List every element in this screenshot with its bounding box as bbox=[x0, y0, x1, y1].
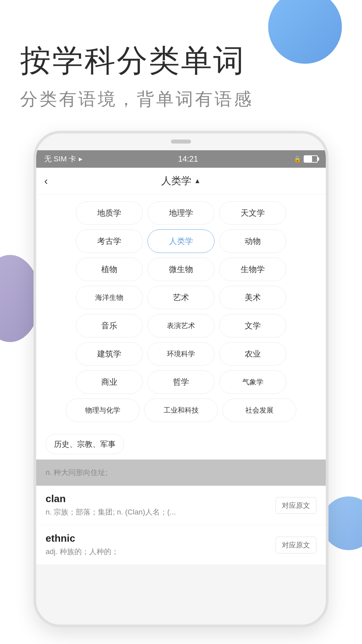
hero-subtitle: 分类有语境，背单词有语感 bbox=[20, 88, 342, 111]
back-button[interactable]: ‹ bbox=[44, 175, 48, 187]
category-tag-business[interactable]: 商业 bbox=[76, 370, 143, 394]
category-grid: 地质学 地理学 天文学 考古学 人类学 动物 植物 微生物 生物学 海洋生物 艺… bbox=[36, 195, 326, 429]
category-tag-industry-tech[interactable]: 工业和科技 bbox=[144, 398, 218, 422]
category-tag-art[interactable]: 艺术 bbox=[147, 286, 215, 309]
category-tag-biology[interactable]: 生物学 bbox=[219, 258, 286, 281]
category-tag-social-dev[interactable]: 社会发展 bbox=[223, 398, 296, 422]
category-tag-literature[interactable]: 文学 bbox=[219, 314, 286, 337]
phone-speaker bbox=[171, 140, 191, 144]
category-tag-env-science[interactable]: 环境科学 bbox=[147, 342, 215, 366]
word-left-clan: clan n. 宗族；部落；集团; n. (Clan)人名；(... bbox=[46, 493, 276, 518]
category-row-8: 物理与化学 工业和科技 社会发展 bbox=[43, 398, 319, 422]
category-tag-philosophy[interactable]: 哲学 bbox=[147, 370, 215, 394]
category-tag-performing-art[interactable]: 表演艺术 bbox=[147, 314, 215, 337]
word-btn-clan[interactable]: 对应原文 bbox=[276, 497, 316, 514]
word-item-clan: clan n. 宗族；部落；集团; n. (Clan)人名；(... 对应原文 bbox=[36, 486, 326, 525]
header-title-text: 人类学 bbox=[161, 174, 191, 188]
wifi-icon: ▸ bbox=[79, 155, 82, 163]
lock-icon: 🔒 bbox=[294, 155, 301, 163]
status-right: 🔒 bbox=[294, 155, 318, 163]
word-chinese-clan: n. 宗族；部落；集团; n. (Clan)人名；(... bbox=[46, 506, 276, 518]
word-chinese-ethnic: adj. 种族的；人种的； bbox=[46, 546, 276, 557]
hero-title: 按学科分类单词 bbox=[20, 44, 342, 77]
history-tag[interactable]: 历史、宗教、军事 bbox=[46, 434, 124, 454]
status-left: 无 SIM 卡 ▸ bbox=[44, 154, 82, 164]
category-tag-music[interactable]: 音乐 bbox=[76, 314, 143, 337]
category-tag-archaeology[interactable]: 考古学 bbox=[76, 229, 143, 253]
category-tag-astronomy[interactable]: 天文学 bbox=[219, 201, 286, 225]
category-row-4: 海洋生物 艺术 美术 bbox=[43, 286, 319, 309]
category-row-1: 地质学 地理学 天文学 bbox=[43, 201, 319, 225]
word-left-ethnic: ethnic adj. 种族的；人种的； bbox=[46, 533, 276, 557]
category-row-7: 商业 哲学 气象学 bbox=[43, 370, 319, 394]
category-row-6: 建筑学 环境科学 农业 bbox=[43, 342, 319, 366]
sim-label: 无 SIM 卡 bbox=[44, 154, 76, 164]
category-tag-plant[interactable]: 植物 bbox=[76, 258, 143, 281]
hero-section: 按学科分类单词 分类有语境，背单词有语感 bbox=[20, 44, 342, 111]
word-english-clan: clan bbox=[46, 493, 276, 504]
category-tag-geology[interactable]: 地质学 bbox=[76, 201, 143, 225]
battery-icon bbox=[304, 155, 318, 163]
category-tag-fine-art[interactable]: 美术 bbox=[219, 286, 286, 309]
category-tag-agriculture[interactable]: 农业 bbox=[219, 342, 286, 366]
category-row-2: 考古学 人类学 动物 bbox=[43, 229, 319, 253]
phone-container: 无 SIM 卡 ▸ 14:21 🔒 ‹ 人类学 ▲ 地质学 地理学 bbox=[34, 131, 328, 644]
word-english-ethnic: ethnic bbox=[46, 533, 276, 544]
phone-mockup: 无 SIM 卡 ▸ 14:21 🔒 ‹ 人类学 ▲ 地质学 地理学 bbox=[34, 131, 328, 627]
word-left-partial: n. 种大问形向住址; bbox=[46, 467, 316, 478]
word-item-ethnic: ethnic adj. 种族的；人种的； 对应原文 bbox=[36, 525, 326, 565]
category-tag-animal[interactable]: 动物 bbox=[219, 229, 286, 253]
status-bar: 无 SIM 卡 ▸ 14:21 🔒 bbox=[36, 150, 326, 168]
category-tag-physics-chemistry[interactable]: 物理与化学 bbox=[66, 398, 139, 422]
word-btn-ethnic[interactable]: 对应原文 bbox=[276, 537, 316, 553]
category-tag-marine[interactable]: 海洋生物 bbox=[76, 286, 143, 309]
history-row: 历史、宗教、军事 bbox=[36, 429, 326, 460]
category-tag-anthropology[interactable]: 人类学 bbox=[147, 229, 215, 253]
category-tag-microorganism[interactable]: 微生物 bbox=[147, 258, 215, 281]
word-list: n. 种大问形向住址; clan n. 宗族；部落；集团; n. (Clan)人… bbox=[36, 460, 326, 565]
status-time: 14:21 bbox=[178, 154, 198, 164]
category-tag-geography[interactable]: 地理学 bbox=[147, 201, 215, 225]
category-tag-meteorology[interactable]: 气象学 bbox=[219, 370, 286, 394]
word-item-partial: n. 种大问形向住址; bbox=[36, 460, 326, 486]
battery-fill bbox=[304, 156, 312, 162]
app-header: ‹ 人类学 ▲ bbox=[36, 168, 326, 195]
header-title-area: 人类学 ▲ bbox=[161, 174, 201, 188]
category-row-3: 植物 微生物 生物学 bbox=[43, 258, 319, 281]
category-tag-architecture[interactable]: 建筑学 bbox=[76, 342, 143, 366]
category-row-5: 音乐 表演艺术 文学 bbox=[43, 314, 319, 337]
header-dropdown-arrow[interactable]: ▲ bbox=[194, 177, 201, 185]
partial-word-text: n. 种大问形向住址; bbox=[46, 467, 316, 478]
